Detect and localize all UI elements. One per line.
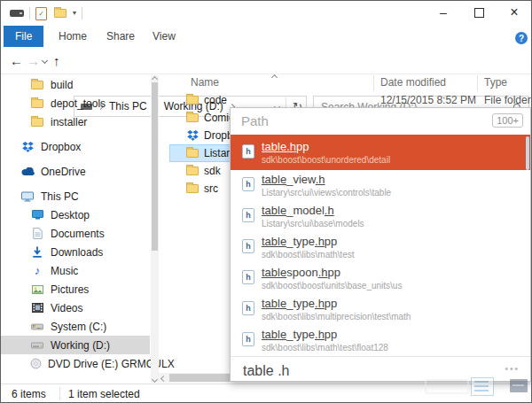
header-file-icon: h xyxy=(242,329,254,346)
selection-count-label: 1 item selected xyxy=(68,388,140,400)
disc-icon xyxy=(30,358,42,369)
scroll-left-icon[interactable] xyxy=(160,375,167,382)
search-results-list: htable.hppsdk\boost\boost\unordered\deta… xyxy=(231,135,530,356)
sidebar-item-this-pc[interactable]: This PC xyxy=(1,187,150,205)
file-name: code xyxy=(204,94,227,106)
sidebar-scroll-thumb[interactable] xyxy=(152,82,158,251)
result-title: table_type.hpp xyxy=(262,328,523,342)
sidebar-item-downloads[interactable]: Downloads xyxy=(1,243,150,261)
sidebar-item-build[interactable]: build xyxy=(1,75,150,94)
listary-search-popup: Path 100+ htable.hppsdk\boost\boost\unor… xyxy=(230,107,531,382)
search-result-row[interactable]: htable_model.hListary\src\ui\base\models xyxy=(231,201,530,232)
dropbox-icon xyxy=(185,130,200,141)
sidebar-item-installer[interactable]: installer xyxy=(1,112,150,131)
result-title: table_type.hpp xyxy=(262,297,523,311)
properties-icon[interactable]: ✓ xyxy=(35,7,47,20)
help-button[interactable]: ? xyxy=(515,32,528,44)
dropbox-icon xyxy=(20,142,35,152)
file-row-code[interactable]: code12/15/2015 8:52 PMFile folder xyxy=(169,91,532,109)
sidebar-item-documents[interactable]: Documents xyxy=(1,224,150,243)
search-result-row[interactable]: htable.hppsdk\boost\boost\unordered\deta… xyxy=(231,135,530,170)
sidebar-item-music[interactable]: ♪Music xyxy=(1,261,150,280)
sidebar-item-system-c[interactable]: System (C:) xyxy=(1,317,150,336)
result-title: table.hpp xyxy=(262,140,523,154)
sidebar-item-working-d[interactable]: Working (D:) xyxy=(1,336,150,354)
forward-button[interactable]: → xyxy=(27,47,40,74)
sidebar-item-videos[interactable]: Videos xyxy=(1,298,150,317)
close-button[interactable]: × xyxy=(501,1,528,24)
back-button[interactable]: ← xyxy=(10,47,23,74)
more-options-icon[interactable]: ••• xyxy=(505,364,520,374)
sidebar-item-desktop[interactable]: Desktop xyxy=(1,205,150,224)
status-bar: 6 items 1 item selected xyxy=(1,384,531,403)
results-count-badge: 100+ xyxy=(492,113,523,128)
header-file-icon: h xyxy=(242,298,254,315)
header-file-icon: h xyxy=(242,205,254,222)
result-title: tablespoon.hpp xyxy=(262,266,523,280)
search-result-row[interactable]: htable_type.hppsdk\boost\libs\math\test xyxy=(231,232,530,263)
sidebar-item-label: Documents xyxy=(51,228,105,240)
tab-share[interactable]: Share xyxy=(95,26,146,47)
navigation-bar: ← → ↑ This PCWorking (D:) ↻ xyxy=(1,47,531,74)
sidebar-item-label: This PC xyxy=(41,190,79,203)
popup-query-input[interactable] xyxy=(241,360,493,383)
explorer-app-icon xyxy=(10,10,24,17)
tab-home[interactable]: Home xyxy=(47,26,98,47)
file-name: src xyxy=(204,182,218,195)
new-folder-icon[interactable] xyxy=(54,9,66,18)
minimize-button[interactable]: – xyxy=(430,1,457,24)
sidebar-item-label: Dropbox xyxy=(41,141,81,153)
drive-icon xyxy=(30,342,44,349)
sidebar-item-dropbox[interactable]: Dropbox xyxy=(1,137,150,156)
up-button[interactable]: ↑ xyxy=(53,47,60,74)
sidebar-item-label: Working (D:) xyxy=(51,339,110,352)
search-result-row[interactable]: htable_type.hppsdk\boost\libs\math\test\… xyxy=(231,325,530,356)
items-count-label: 6 items xyxy=(12,388,46,400)
result-title: table_model.h xyxy=(262,204,523,218)
result-title: table_view.h xyxy=(262,173,523,187)
sidebar-item-pictures[interactable]: Pictures xyxy=(1,280,150,298)
search-result-row[interactable]: htable_view.hListary\src\ui\views\contro… xyxy=(231,170,530,201)
customize-quick-access-icon[interactable]: ▾ xyxy=(73,10,76,17)
folder-icon xyxy=(185,96,200,105)
maximize-button[interactable] xyxy=(466,1,492,24)
result-path: sdk\boost\libs\math\test xyxy=(262,249,523,260)
file-date-modified: 12/15/2015 8:52 PM xyxy=(380,94,476,106)
popup-query-bar: ••• xyxy=(231,356,530,384)
toolbar-divider xyxy=(82,7,82,19)
search-result-row[interactable]: htablespoon.hppsdk\boost\boost\units\bas… xyxy=(231,263,530,294)
sidebar-scrollbar[interactable] xyxy=(151,75,159,383)
sidebar-item-depot-tools[interactable]: depot_tools xyxy=(1,94,150,112)
music-icon: ♪ xyxy=(30,265,44,276)
popup-scroll-thumb[interactable] xyxy=(526,136,529,170)
recent-locations-icon[interactable] xyxy=(42,58,48,64)
sidebar-item-label: Pictures xyxy=(51,283,89,296)
cloud-icon xyxy=(20,167,35,176)
file-type: File folder xyxy=(484,94,531,106)
column-header-type[interactable]: Type xyxy=(484,76,507,89)
drive-system-icon xyxy=(30,323,44,330)
result-path: sdk\boost\boost\unordered\detail xyxy=(262,154,523,166)
result-title: table_type.hpp xyxy=(262,235,523,249)
header-file-icon: h xyxy=(242,267,254,284)
sidebar-item-label: OneDrive xyxy=(41,166,86,178)
column-separator[interactable] xyxy=(373,75,374,91)
column-separator[interactable] xyxy=(477,75,478,91)
header-file-icon: h xyxy=(242,142,254,159)
column-header-date-modified[interactable]: Date modified xyxy=(380,76,446,89)
sidebar-item-label: installer xyxy=(51,116,87,128)
result-path: Listary\src\ui\base\models xyxy=(262,218,523,229)
folder-icon xyxy=(185,113,200,122)
sidebar-item-label: Desktop xyxy=(51,209,90,221)
scroll-down-icon[interactable] xyxy=(152,376,158,383)
tab-file[interactable]: File xyxy=(4,26,43,47)
tab-view[interactable]: View xyxy=(141,26,187,47)
scroll-up-icon[interactable] xyxy=(152,75,158,82)
column-header-name[interactable]: Name xyxy=(191,76,219,89)
sidebar-item-onedrive[interactable]: OneDrive xyxy=(1,162,150,181)
sidebar-item-dvd-drive-e-grmculx[interactable]: DVD Drive (E:) GRMCULX xyxy=(1,354,150,373)
folder-icon xyxy=(185,184,200,193)
search-result-row[interactable]: htable_type.hppsdk\boost\libs\multipreci… xyxy=(231,294,530,325)
maximize-icon xyxy=(474,8,484,18)
header-file-icon: h xyxy=(242,174,254,191)
